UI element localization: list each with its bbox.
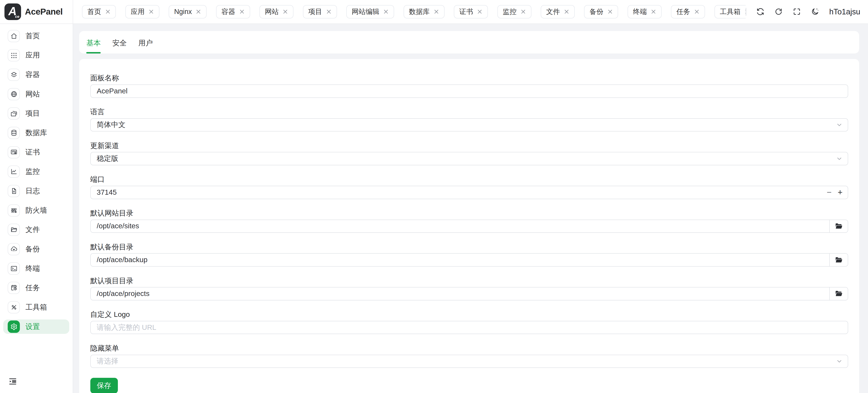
- sidebar-item-toolbox[interactable]: 工具箱: [3, 300, 69, 314]
- header-tab[interactable]: 监控: [497, 5, 531, 19]
- language-group: 语言 简体中文: [90, 107, 848, 131]
- backup-dir-label: 默认备份目录: [90, 242, 848, 251]
- hide-menu-group: 隐藏菜单 请选择: [90, 343, 848, 368]
- sidebar-item-settings[interactable]: 设置: [3, 320, 69, 334]
- files-icon: [8, 224, 20, 236]
- header-tab-label: 证书: [459, 7, 473, 17]
- site-dir-input[interactable]: [91, 220, 830, 232]
- sidebar-item-projects[interactable]: 项目: [3, 107, 69, 121]
- project-dir-browse-button[interactable]: [829, 288, 847, 300]
- update-channel-label: 更新渠道: [90, 141, 848, 150]
- sidebar-item-files[interactable]: 文件: [3, 223, 69, 237]
- sidebar-item-backup[interactable]: 备份: [3, 242, 69, 256]
- header-tab[interactable]: 证书: [454, 5, 488, 19]
- settings-tab-bar: 基本 安全 用户: [86, 38, 852, 54]
- header-tab[interactable]: 工具箱: [714, 5, 746, 19]
- header-separator: [746, 8, 746, 16]
- username[interactable]: hTo1ajsu: [829, 7, 860, 16]
- site-dir-group: 默认网站目录: [90, 208, 848, 233]
- close-icon[interactable]: [239, 9, 245, 14]
- sidebar-item-label: 日志: [26, 186, 40, 196]
- panel-name-input[interactable]: [90, 85, 848, 98]
- header-tab[interactable]: 备份: [584, 5, 618, 19]
- sidebar-item-terminal[interactable]: 终端: [3, 261, 69, 276]
- header-tab[interactable]: 网站: [259, 5, 293, 19]
- header-tab[interactable]: 数据库: [404, 5, 444, 19]
- firewall-icon: [8, 204, 20, 217]
- tab-users[interactable]: 用户: [138, 38, 153, 54]
- sidebar-collapse-icon[interactable]: [8, 377, 17, 386]
- sidebar-item-label: 文件: [26, 225, 40, 235]
- header-tab[interactable]: Nginx: [169, 5, 207, 19]
- tab-security[interactable]: 安全: [113, 38, 127, 54]
- sidebar-item-certificates[interactable]: 证书: [3, 145, 69, 159]
- sidebar-item-label: 防火墙: [26, 206, 47, 215]
- fullscreen-icon[interactable]: [793, 7, 801, 16]
- close-icon[interactable]: [196, 9, 201, 14]
- close-icon[interactable]: [607, 9, 613, 14]
- close-icon[interactable]: [477, 9, 483, 14]
- sidebar-item-logs[interactable]: 日志: [3, 184, 69, 198]
- site-dir-label: 默认网站目录: [90, 208, 848, 218]
- sidebar-item-tasks[interactable]: 任务: [3, 281, 69, 295]
- header-tab[interactable]: 应用: [125, 5, 159, 19]
- header-tab-label: 任务: [676, 7, 690, 17]
- sidebar-item-label: 容器: [26, 70, 40, 80]
- monitor-icon: [8, 165, 20, 178]
- sidebar-item-firewall[interactable]: 防火墙: [3, 203, 69, 218]
- workspace-tab-bar: 首页应用Nginx容器网站项目网站编辑数据库证书监控文件备份终端任务工具箱设置: [73, 0, 746, 24]
- backup-dir-input[interactable]: [91, 253, 830, 266]
- port-increase-button[interactable]: +: [838, 188, 842, 196]
- backup-dir-browse-button[interactable]: [829, 253, 847, 266]
- port-input[interactable]: [90, 186, 848, 199]
- header-tab[interactable]: 容器: [216, 5, 250, 19]
- sidebar-item-databases[interactable]: 数据库: [3, 126, 69, 140]
- header-tab-label: Nginx: [174, 8, 192, 16]
- close-icon[interactable]: [326, 9, 332, 14]
- header-tab[interactable]: 终端: [628, 5, 662, 19]
- custom-logo-input[interactable]: [90, 321, 848, 334]
- site-dir-browse-button[interactable]: [829, 220, 847, 233]
- port-decrease-button[interactable]: −: [827, 188, 832, 196]
- tab-basic[interactable]: 基本: [86, 38, 101, 54]
- app-window: Ace AcePanel 首页应用Nginx容器网站项目网站编辑数据库证书监控文…: [0, 0, 868, 393]
- sync-icon[interactable]: [756, 7, 765, 16]
- projects-icon: [8, 108, 20, 120]
- chevron-down-icon: [836, 358, 843, 365]
- close-icon[interactable]: [434, 9, 439, 14]
- header-tab-label: 终端: [633, 7, 647, 17]
- top-bar: Ace AcePanel 首页应用Nginx容器网站项目网站编辑数据库证书监控文…: [0, 0, 868, 24]
- sidebar-item-containers[interactable]: 容器: [3, 67, 69, 82]
- close-icon[interactable]: [282, 9, 288, 14]
- sidebar-item-websites[interactable]: 网站: [3, 87, 69, 101]
- header-tab[interactable]: 网站编辑: [346, 5, 394, 19]
- header-tab[interactable]: 首页: [82, 5, 116, 19]
- hide-menu-select[interactable]: 请选择: [90, 355, 848, 368]
- close-icon[interactable]: [149, 9, 154, 14]
- main-content: 基本 安全 用户 面板名称 语言 简体中文: [73, 24, 868, 393]
- close-icon[interactable]: [694, 9, 700, 14]
- header-tab[interactable]: 任务: [671, 5, 705, 19]
- apps-icon: [8, 49, 20, 61]
- refresh-icon[interactable]: [774, 7, 783, 16]
- project-dir-input[interactable]: [91, 288, 830, 300]
- header-tab-label: 网站编辑: [352, 7, 379, 17]
- close-icon[interactable]: [521, 9, 526, 14]
- header-tab[interactable]: 文件: [541, 5, 575, 19]
- panel-name-label: 面板名称: [90, 73, 848, 83]
- sidebar-item-apps[interactable]: 应用: [3, 48, 69, 63]
- close-icon[interactable]: [383, 9, 389, 14]
- update-channel-group: 更新渠道 稳定版: [90, 141, 848, 165]
- header-tab-label: 容器: [221, 7, 235, 17]
- sidebar: 首页应用容器网站项目数据库证书监控日志防火墙文件备份终端任务工具箱设置: [0, 24, 73, 393]
- dark-mode-icon[interactable]: [811, 7, 819, 16]
- save-button[interactable]: 保存: [90, 378, 118, 393]
- close-icon[interactable]: [105, 9, 111, 14]
- close-icon[interactable]: [564, 9, 569, 14]
- language-select[interactable]: 简体中文: [90, 118, 848, 132]
- update-channel-select[interactable]: 稳定版: [90, 152, 848, 165]
- close-icon[interactable]: [651, 9, 656, 14]
- sidebar-item-home[interactable]: 首页: [3, 29, 69, 43]
- sidebar-item-monitor[interactable]: 监控: [3, 164, 69, 179]
- header-tab[interactable]: 项目: [303, 5, 337, 19]
